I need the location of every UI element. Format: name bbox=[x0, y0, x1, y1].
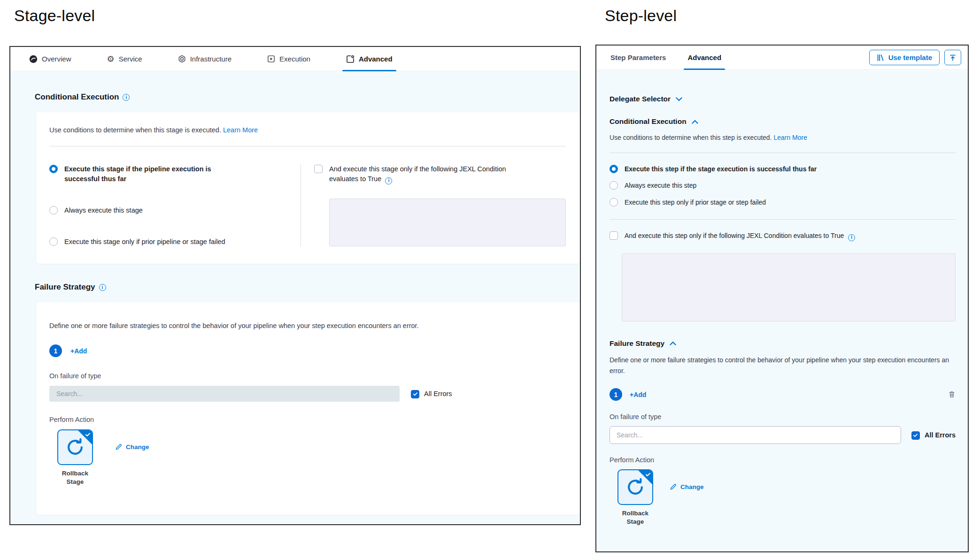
infrastructure-icon bbox=[178, 55, 186, 63]
description-text: Use conditions to determine when this st… bbox=[49, 126, 221, 134]
stage-advanced-content: Conditional Execution Use conditions to … bbox=[10, 72, 580, 524]
radio-option: Execute this step only if prior stage or… bbox=[610, 198, 956, 207]
tab-step-parameters[interactable]: Step Parameters bbox=[610, 46, 666, 69]
perform-action-row: Rollback Stage Change bbox=[610, 469, 956, 526]
divider bbox=[610, 219, 956, 220]
failure-type-row: All Errors bbox=[610, 426, 956, 444]
info-icon[interactable] bbox=[848, 234, 855, 241]
jexl-checkbox-label: And execute this stage only if the follo… bbox=[329, 164, 536, 184]
step-level-title: Step-level bbox=[605, 7, 677, 25]
radio-label: Execute this step if the stage execution… bbox=[625, 164, 817, 174]
radio-label: Execute this stage if the pipeline execu… bbox=[64, 164, 219, 184]
conditional-execution-heading[interactable]: Conditional Execution bbox=[610, 117, 956, 126]
tab-advanced[interactable]: Advanced bbox=[346, 47, 393, 71]
all-errors-checkbox[interactable] bbox=[411, 390, 419, 398]
change-action-link[interactable]: Change bbox=[115, 443, 149, 451]
use-template-label: Use template bbox=[888, 54, 932, 61]
gear-icon: ⚙ bbox=[107, 55, 115, 63]
jexl-checkbox-row: And execute this stage only if the follo… bbox=[314, 164, 566, 184]
action-name-caption: Rollback Stage bbox=[613, 509, 658, 526]
trash-icon bbox=[948, 390, 956, 398]
delegate-selector-heading[interactable]: Delegate Selector bbox=[610, 95, 956, 103]
failure-type-row: All Errors bbox=[49, 386, 566, 402]
failure-strategy-description: Define one or more failure strategies to… bbox=[610, 355, 956, 377]
jexl-checkbox[interactable] bbox=[314, 165, 323, 173]
failure-strategy-card: Define one or more failure strategies to… bbox=[36, 302, 580, 514]
tab-infrastructure[interactable]: Infrastructure bbox=[178, 47, 231, 71]
learn-more-link[interactable]: Learn More bbox=[773, 134, 807, 141]
check-icon bbox=[413, 391, 418, 397]
jexl-checkbox-row: And execute this step only if the follow… bbox=[610, 231, 956, 241]
change-label: Change bbox=[126, 443, 149, 451]
strategy-list-row: 1 +Add bbox=[49, 344, 566, 357]
section-title-text: Delegate Selector bbox=[610, 95, 671, 103]
condition-options-column: Execute this stage if the pipeline execu… bbox=[49, 164, 301, 247]
all-errors-checkbox[interactable] bbox=[911, 431, 920, 440]
description-text: Use conditions to determine when this st… bbox=[610, 134, 772, 141]
jexl-condition-textarea[interactable] bbox=[622, 253, 956, 321]
overview-icon bbox=[29, 55, 38, 63]
section-title-text: Failure Strategy bbox=[35, 283, 95, 292]
perform-action-row: Rollback Stage Change bbox=[49, 429, 566, 486]
divider bbox=[49, 146, 566, 146]
tab-label: Infrastructure bbox=[190, 55, 231, 63]
advanced-icon bbox=[346, 55, 355, 63]
radio-button[interactable] bbox=[610, 181, 618, 190]
radio-option: Execute this stage only if prior pipelin… bbox=[49, 237, 301, 247]
tab-label: Step Parameters bbox=[610, 54, 666, 61]
upload-icon bbox=[949, 54, 957, 61]
chevron-up-icon bbox=[670, 341, 676, 345]
radio-button[interactable] bbox=[610, 198, 618, 206]
stage-advanced-panel: Overview ⚙ Service Infrastructure Execut… bbox=[9, 46, 581, 525]
failure-strategy-heading[interactable]: Failure Strategy bbox=[610, 339, 956, 348]
step-advanced-content: Delegate Selector Conditional Execution … bbox=[596, 70, 968, 551]
perform-action-label: Perform Action bbox=[49, 416, 566, 423]
info-icon[interactable] bbox=[123, 94, 130, 101]
radio-option: Always execute this step bbox=[610, 181, 956, 190]
action-name-caption: Rollback Stage bbox=[53, 469, 98, 486]
failure-type-search-input[interactable] bbox=[610, 426, 901, 444]
learn-more-link[interactable]: Learn More bbox=[223, 126, 258, 134]
jexl-label-text: And execute this stage only if the follo… bbox=[329, 165, 506, 183]
add-strategy-button[interactable]: +Add bbox=[70, 347, 87, 355]
on-failure-label: On failure of type bbox=[49, 372, 566, 380]
perform-action-label: Perform Action bbox=[610, 456, 956, 464]
all-errors-row: All Errors bbox=[911, 431, 956, 440]
info-icon[interactable] bbox=[99, 284, 106, 291]
tab-label: Overview bbox=[42, 55, 71, 63]
radio-label: Always execute this stage bbox=[64, 206, 143, 215]
tab-label: Advanced bbox=[359, 55, 393, 63]
rollback-stage-tile[interactable] bbox=[617, 469, 653, 505]
section-title-text: Conditional Execution bbox=[35, 92, 119, 102]
radio-label: Execute this step only if prior stage or… bbox=[625, 198, 766, 207]
jexl-condition-textarea[interactable] bbox=[329, 199, 566, 246]
info-icon[interactable] bbox=[385, 177, 392, 184]
failure-strategy-description: Define one or more failure strategies to… bbox=[49, 322, 566, 329]
conditional-execution-heading: Conditional Execution bbox=[35, 92, 580, 102]
tab-overview[interactable]: Overview bbox=[29, 47, 71, 71]
tab-execution[interactable]: Execution bbox=[267, 47, 310, 71]
change-action-link[interactable]: Change bbox=[670, 483, 704, 490]
radio-button[interactable] bbox=[49, 206, 58, 214]
delete-strategy-button[interactable] bbox=[948, 390, 956, 398]
rollback-stage-tile[interactable] bbox=[57, 429, 93, 465]
radio-button[interactable] bbox=[49, 237, 58, 246]
radio-button[interactable] bbox=[610, 165, 618, 173]
step-advanced-panel: Step Parameters Advanced Use template De… bbox=[595, 45, 969, 552]
failure-strategy-heading: Failure Strategy bbox=[35, 283, 580, 292]
tab-advanced[interactable]: Advanced bbox=[687, 46, 721, 69]
jexl-checkbox[interactable] bbox=[610, 231, 618, 240]
strategy-badge[interactable]: 1 bbox=[49, 344, 62, 357]
stage-level-title: Stage-level bbox=[14, 7, 95, 25]
tab-label: Service bbox=[119, 55, 142, 63]
step-tab-actions: Use template bbox=[869, 50, 961, 65]
condition-columns: Execute this stage if the pipeline execu… bbox=[49, 164, 566, 247]
radio-button[interactable] bbox=[49, 165, 58, 173]
failure-type-search-input[interactable] bbox=[49, 386, 400, 402]
add-strategy-button[interactable]: +Add bbox=[630, 391, 646, 398]
radio-label: Execute this stage only if prior pipelin… bbox=[64, 237, 225, 247]
strategy-badge[interactable]: 1 bbox=[610, 388, 622, 401]
upload-template-button[interactable] bbox=[944, 50, 961, 65]
tab-service[interactable]: ⚙ Service bbox=[107, 47, 142, 71]
use-template-button[interactable]: Use template bbox=[869, 50, 940, 65]
